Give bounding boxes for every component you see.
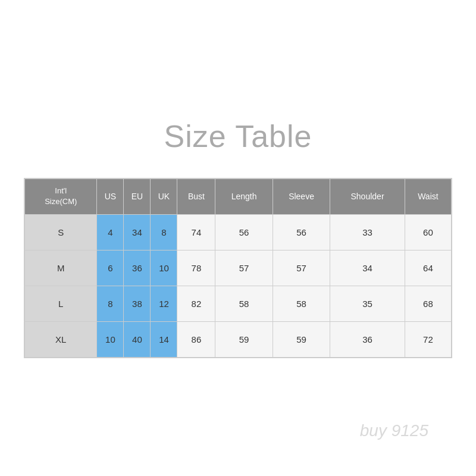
table-cell: 56 — [215, 214, 273, 250]
table-cell: 36 — [124, 250, 151, 286]
table-cell: 35 — [330, 286, 405, 321]
page-title: Size Table — [164, 118, 312, 154]
header-bust: Bust — [177, 178, 215, 214]
watermark: buy 9125 — [360, 421, 428, 440]
table-cell: 59 — [215, 321, 273, 357]
table-cell: XL — [25, 321, 97, 357]
table-cell: 78 — [177, 250, 215, 286]
header-uk: UK — [151, 178, 177, 214]
table-cell: 56 — [273, 214, 330, 250]
table-cell: 57 — [215, 250, 273, 286]
table-cell: 74 — [177, 214, 215, 250]
table-cell: 8 — [97, 286, 124, 321]
table-cell: 86 — [177, 321, 215, 357]
table-cell: 12 — [151, 286, 177, 321]
table-row: L838128258583568 — [25, 286, 452, 321]
table-header-row: Int'lSize(CM) US EU UK Bust Length Sleev… — [25, 178, 452, 214]
table-cell: 33 — [330, 214, 405, 250]
table-cell: 14 — [151, 321, 177, 357]
header-shoulder: Shoulder — [330, 178, 405, 214]
table-cell: 10 — [97, 321, 124, 357]
table-cell: 58 — [273, 286, 330, 321]
table-cell: 60 — [405, 214, 451, 250]
table-cell: L — [25, 286, 97, 321]
header-waist: Waist — [405, 178, 451, 214]
table-cell: 40 — [124, 321, 151, 357]
table-cell: M — [25, 250, 97, 286]
table-cell: 58 — [215, 286, 273, 321]
table-cell: 10 — [151, 250, 177, 286]
table-cell: 38 — [124, 286, 151, 321]
table-cell: 64 — [405, 250, 451, 286]
size-table: Int'lSize(CM) US EU UK Bust Length Sleev… — [24, 178, 452, 358]
header-length: Length — [215, 178, 273, 214]
table-cell: 34 — [124, 214, 151, 250]
table-cell: 8 — [151, 214, 177, 250]
header-intl: Int'lSize(CM) — [25, 178, 97, 214]
header-sleeve: Sleeve — [273, 178, 330, 214]
table-row: M636107857573464 — [25, 250, 452, 286]
table-cell: 6 — [97, 250, 124, 286]
table-row: XL1040148659593672 — [25, 321, 452, 357]
header-eu: EU — [124, 178, 151, 214]
table-cell: 4 — [97, 214, 124, 250]
size-table-container: Int'lSize(CM) US EU UK Bust Length Sleev… — [24, 178, 452, 358]
table-cell: 82 — [177, 286, 215, 321]
table-cell: S — [25, 214, 97, 250]
table-row: S43487456563360 — [25, 214, 452, 250]
table-cell: 34 — [330, 250, 405, 286]
header-us: US — [97, 178, 124, 214]
table-cell: 59 — [273, 321, 330, 357]
table-cell: 68 — [405, 286, 451, 321]
table-cell: 72 — [405, 321, 451, 357]
table-cell: 36 — [330, 321, 405, 357]
table-cell: 57 — [273, 250, 330, 286]
